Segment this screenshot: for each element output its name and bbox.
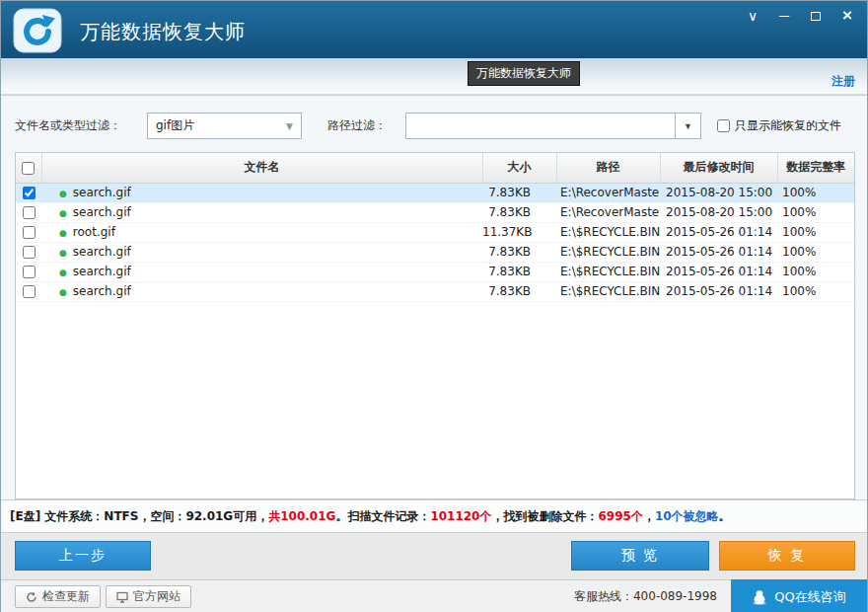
file-status-dot-icon: ● xyxy=(59,268,67,277)
file-integrity: 100% xyxy=(777,281,854,301)
file-type-dropdown[interactable]: gif图片 ▼ xyxy=(147,113,302,139)
chevron-down-icon[interactable]: ∨ xyxy=(741,6,764,26)
file-size: 11.37KB xyxy=(482,222,556,242)
column-header-integrity[interactable]: 数据完整率 xyxy=(777,153,854,183)
window-controls: ∨ ─ × xyxy=(741,6,859,26)
file-modified: 2015-05-26 01:14 xyxy=(660,262,777,281)
status-bar: [E盘] 文件系统：NTFS，空间：92.01G可用，共100.01G。扫描文件… xyxy=(1,499,867,533)
file-path: E:\RecoverMaste.. xyxy=(556,202,660,222)
file-integrity: 100% xyxy=(777,202,854,222)
column-header-modified[interactable]: 最后修改时间 xyxy=(660,153,777,183)
app-window: 万能数据恢复大师 ∨ ─ × 注册 万能数据恢复大师 文件名或类型过滤： gif… xyxy=(0,0,868,612)
row-checkbox[interactable] xyxy=(23,187,36,199)
column-header-size[interactable]: 大小 xyxy=(482,153,556,183)
file-modified: 2015-08-20 15:00 xyxy=(660,202,777,222)
file-status-dot-icon: ● xyxy=(59,189,67,198)
file-path: E:\RecoverMaste.. xyxy=(556,183,660,202)
maximize-box xyxy=(811,12,821,21)
status-segment: 。扫描文件记录： xyxy=(335,509,430,523)
status-ignored-count: 10个被忽略 xyxy=(655,509,719,523)
file-integrity: 100% xyxy=(777,262,854,281)
table-row[interactable]: ●search.gif 7.83KB E:\RecoverMaste.. 201… xyxy=(16,202,854,222)
status-segment: [E盘] 文件系统：NTFS，空间：92.01G可用， xyxy=(10,509,268,523)
table-row[interactable]: ●search.gif 7.83KB E:\$RECYCLE.BIN.. 201… xyxy=(16,262,854,281)
file-modified: 2015-05-26 01:14 xyxy=(660,222,777,242)
previous-step-button[interactable]: 上一步 xyxy=(15,541,151,571)
preview-button[interactable]: 预 览 xyxy=(571,541,709,571)
file-path: E:\$RECYCLE.BIN.. xyxy=(556,242,660,262)
file-name: search.gif xyxy=(73,284,131,298)
only-recoverable-checkbox[interactable] xyxy=(717,119,730,132)
path-dropdown-button[interactable]: ▼ xyxy=(675,114,700,138)
file-modified: 2015-05-26 01:14 xyxy=(660,281,777,301)
close-icon[interactable]: × xyxy=(835,6,859,26)
file-size: 7.83KB xyxy=(482,202,556,222)
table-header-row: 文件名 大小 路径 最后修改时间 数据完整率 xyxy=(16,153,854,183)
service-hotline: 客服热线：400-089-1998 xyxy=(574,580,717,612)
file-table: 文件名 大小 路径 最后修改时间 数据完整率 ●search.gif 7.83K… xyxy=(15,152,855,499)
table-row[interactable]: ●search.gif 7.83KB E:\$RECYCLE.BIN.. 201… xyxy=(16,242,854,262)
status-segment: 。 xyxy=(719,509,731,523)
filter-path-label: 路径过滤： xyxy=(327,113,387,139)
status-deleted-count: 6995个 xyxy=(598,509,642,523)
file-path: E:\$RECYCLE.BIN.. xyxy=(556,222,660,242)
register-link[interactable]: 注册 xyxy=(832,73,855,90)
file-integrity: 100% xyxy=(777,183,854,202)
refresh-icon xyxy=(26,591,37,603)
app-logo-icon xyxy=(13,8,62,53)
row-checkbox[interactable] xyxy=(23,285,36,298)
status-segment: ， xyxy=(643,509,655,523)
column-header-filename[interactable]: 文件名 xyxy=(41,153,482,183)
official-website-label: 官方网站 xyxy=(133,588,181,605)
title-bar: 万能数据恢复大师 ∨ ─ × xyxy=(1,1,867,58)
action-bar: 上一步 预 览 恢 复 xyxy=(1,533,867,579)
sub-header: 注册 xyxy=(1,58,867,95)
file-name: root.gif xyxy=(73,225,115,239)
row-checkbox[interactable] xyxy=(23,246,36,259)
file-status-dot-icon: ● xyxy=(59,208,67,218)
status-scanned-count: 101120个 xyxy=(430,509,491,523)
qq-online-support-label: QQ在线咨询 xyxy=(774,588,845,606)
table-row[interactable]: ●search.gif 7.83KB E:\RecoverMaste.. 201… xyxy=(16,183,854,202)
only-recoverable-filter[interactable]: 只显示能恢复的文件 xyxy=(717,113,841,139)
tooltip: 万能数据恢复大师 xyxy=(468,61,580,86)
file-type-selected-value: gif图片 xyxy=(156,117,286,134)
chevron-down-icon: ▼ xyxy=(684,121,692,131)
path-filter-input[interactable] xyxy=(406,114,675,138)
chevron-down-icon: ▼ xyxy=(286,121,293,131)
file-path: E:\$RECYCLE.BIN.. xyxy=(556,262,660,281)
file-path: E:\$RECYCLE.BIN.. xyxy=(556,281,660,301)
file-name: search.gif xyxy=(73,186,131,199)
file-size: 7.83KB xyxy=(482,281,556,301)
row-checkbox[interactable] xyxy=(23,266,36,278)
column-header-path[interactable]: 路径 xyxy=(556,153,660,183)
file-name: search.gif xyxy=(73,245,131,259)
table-row[interactable]: ●search.gif 7.83KB E:\$RECYCLE.BIN.. 201… xyxy=(16,281,854,301)
row-checkbox[interactable] xyxy=(23,226,36,239)
status-segment: ，找到被删除文件： xyxy=(491,509,598,523)
recover-button[interactable]: 恢 复 xyxy=(719,541,855,571)
official-website-button[interactable]: 官方网站 xyxy=(106,585,191,608)
select-all-checkbox[interactable] xyxy=(22,162,35,175)
status-total-space: 共100.01G xyxy=(268,509,335,523)
check-update-label: 检查更新 xyxy=(42,588,90,605)
file-size: 7.83KB xyxy=(482,242,556,262)
main-content: 文件名或类型过滤： gif图片 ▼ 路径过滤： ▼ 只显示能恢复的文件 xyxy=(1,95,867,499)
footer-bar: 检查更新 官方网站 客服热线：400-089-1998 QQ在线咨询 xyxy=(1,579,867,612)
file-status-dot-icon: ● xyxy=(59,287,67,297)
qq-online-support-button[interactable]: QQ在线咨询 xyxy=(731,579,867,612)
check-update-button[interactable]: 检查更新 xyxy=(15,585,101,608)
file-size: 7.83KB xyxy=(482,262,556,281)
file-size: 7.83KB xyxy=(482,183,556,202)
row-checkbox[interactable] xyxy=(23,206,36,219)
file-status-dot-icon: ● xyxy=(59,248,67,258)
minimize-icon[interactable]: ─ xyxy=(772,6,796,26)
maximize-icon[interactable] xyxy=(804,6,828,26)
file-status-dot-icon: ● xyxy=(59,228,67,238)
table-row[interactable]: ●root.gif 11.37KB E:\$RECYCLE.BIN.. 2015… xyxy=(16,222,854,242)
monitor-icon xyxy=(116,591,128,603)
qq-penguin-icon xyxy=(752,589,767,605)
file-name: search.gif xyxy=(73,265,131,278)
file-integrity: 100% xyxy=(777,242,854,262)
page-title: 万能数据恢复大师 xyxy=(80,5,246,58)
